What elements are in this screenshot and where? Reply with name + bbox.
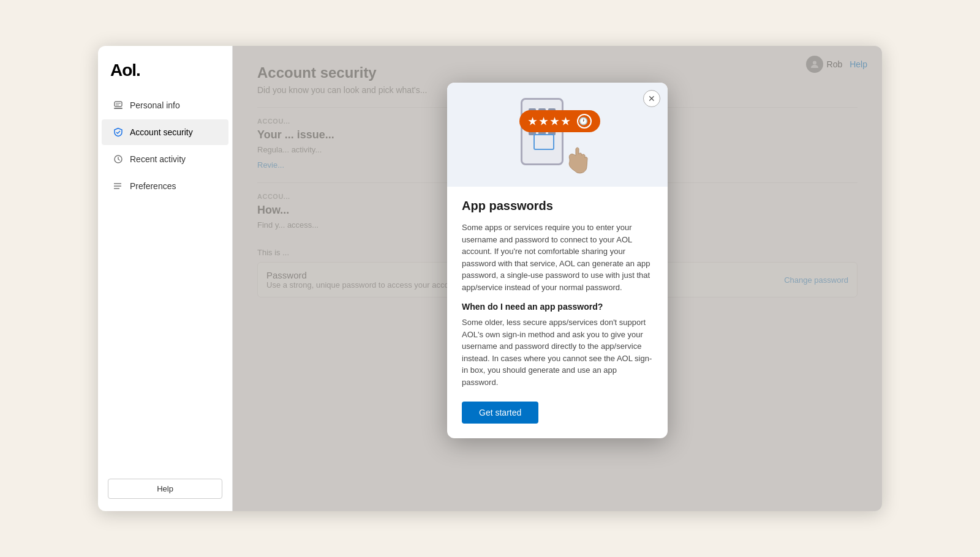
app-passwords-modal: ★★★★ 🕐 ✕ App passwords Some apps or serv… [447,83,668,438]
sidebar-label-recent-activity: Recent activity [130,154,186,164]
sidebar-item-account-security[interactable]: Account security [102,119,228,145]
modal-text-2: Some older, less secure apps/services do… [462,316,653,388]
person-icon [113,100,124,111]
browser-window: Aol. Personal info [98,46,882,511]
svg-point-9 [114,185,115,187]
phone-screen [533,134,554,150]
sidebar-label-personal-info: Personal info [130,100,180,110]
svg-point-8 [114,183,115,184]
clock-badge: 🕐 [577,114,592,129]
modal-illustration: ★★★★ 🕐 [447,83,668,187]
get-started-button[interactable]: Get started [462,402,538,424]
modal-text-1: Some apps or services require you to ent… [462,222,653,293]
main-content: Rob Help Account security Did you know y… [233,46,882,511]
hand-icon [564,141,594,178]
sidebar-item-personal-info[interactable]: Personal info [102,92,228,118]
modal-close-button[interactable]: ✕ [643,90,660,107]
modal-title: App passwords [462,199,653,213]
modal-body: App passwords Some apps or services requ… [447,187,668,438]
sidebar-label-preferences: Preferences [130,181,176,191]
password-stars: ★★★★ [528,116,572,127]
svg-point-10 [114,188,115,189]
app-logo: Aol. [98,46,232,92]
phone-illustration: ★★★★ 🕐 [521,92,594,178]
sidebar-item-recent-activity[interactable]: Recent activity [102,146,228,172]
svg-rect-3 [114,108,123,109]
sidebar-help-button[interactable]: Help [108,479,222,499]
sidebar-item-preferences[interactable]: Preferences [102,173,228,199]
password-badge: ★★★★ 🕐 [519,110,600,132]
shield-icon [113,127,124,138]
svg-rect-0 [115,102,122,107]
sidebar-help-section: Help [108,479,222,499]
sidebar: Aol. Personal info [98,46,233,511]
sidebar-label-account-security: Account security [130,127,193,137]
modal-overlay: ★★★★ 🕐 ✕ App passwords Some apps or serv… [233,46,882,511]
sidebar-nav: Personal info Account security [98,92,232,199]
clock-icon [113,154,124,165]
modal-subtitle: When do I need an app password? [462,302,653,312]
list-icon [113,181,124,192]
